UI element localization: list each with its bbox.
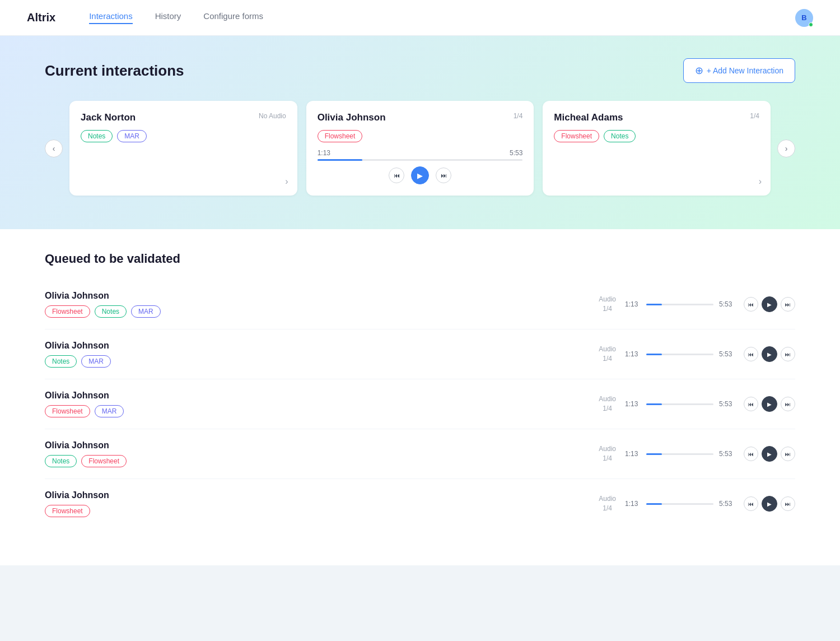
carousel-prev-button[interactable]: ‹ [45, 140, 63, 157]
chevron-left-icon: ‹ [53, 144, 55, 153]
time-total: 5:53 [719, 300, 735, 308]
player-progress-bar[interactable] [318, 159, 523, 161]
tag-notes[interactable]: Notes [45, 355, 77, 368]
play-button[interactable]: ▶ [762, 346, 777, 362]
tag-mar[interactable]: MAR [95, 405, 124, 417]
player-controls: ⏮ ▶ ⏭ [318, 166, 523, 184]
play-button[interactable]: ▶ [762, 396, 777, 412]
add-new-interaction-button[interactable]: ⊕ + Add New Interaction [683, 58, 795, 83]
audio-label: Audio1/4 [599, 444, 616, 463]
time-current: 1:13 [318, 149, 330, 157]
play-button[interactable]: ▶ [762, 296, 777, 312]
audio-controls: ⏮ ▶ ⏭ [744, 396, 795, 412]
player-progress-fill [318, 159, 363, 161]
tag-flowsheet[interactable]: Flowsheet [318, 130, 363, 142]
audio-label: Audio1/4 [599, 394, 616, 414]
nav-interactions[interactable]: Interactions [89, 11, 133, 24]
skip-forward-button[interactable]: ⏭ [781, 447, 795, 461]
audio-label: Audio1/4 [599, 345, 616, 364]
player-times: 1:13 5:53 [318, 149, 523, 157]
skip-forward-button[interactable]: ⏭ [781, 397, 795, 411]
tag-flowsheet[interactable]: Flowsheet [45, 305, 90, 318]
audio-progress-bar[interactable] [646, 453, 713, 455]
queue-tags: Flowsheet Notes MAR [45, 305, 599, 318]
audio-progress-fill [646, 354, 662, 355]
tag-flowsheet[interactable]: Flowsheet [81, 455, 127, 467]
play-button[interactable]: ▶ [762, 446, 777, 462]
tag-notes[interactable]: Notes [45, 455, 77, 467]
cards-carousel: ‹ Jack Norton No Audio Notes MAR › Olivi… [45, 101, 795, 196]
card-tags: Notes MAR [81, 130, 286, 142]
avatar[interactable]: B [795, 9, 813, 27]
queue-tags: Flowsheet [45, 505, 599, 517]
tag-mar[interactable]: MAR [131, 305, 161, 318]
audio-progress-bar[interactable] [646, 304, 713, 305]
card-olivia-johnson: Olivia Johnson 1/4 Flowsheet 1:13 5:53 ⏮ [306, 101, 534, 196]
skip-back-button[interactable]: ⏮ [744, 496, 758, 511]
queue-patient-name: Olivia Johnson [45, 341, 599, 351]
audio-player: 1:13 5:53 [625, 450, 735, 458]
play-button[interactable]: ▶ [762, 496, 777, 512]
tag-flowsheet[interactable]: Flowsheet [554, 130, 599, 142]
card-header: Jack Norton No Audio [81, 112, 286, 123]
queue-audio: Audio1/4 1:13 5:53 ⏮ ▶ ⏭ [599, 394, 795, 414]
card-counter: 1/4 [514, 112, 523, 120]
skip-forward-button[interactable]: ⏭ [781, 297, 795, 312]
audio-controls: ⏮ ▶ ⏭ [744, 496, 795, 512]
card-patient-name: Olivia Johnson [318, 112, 386, 123]
skip-back-button[interactable]: ⏮ [744, 347, 758, 361]
audio-controls: ⏮ ▶ ⏭ [744, 446, 795, 462]
queue-info: Olivia Johnson Flowsheet MAR [45, 391, 599, 417]
time-current: 1:13 [625, 400, 641, 408]
avatar-online-dot [809, 22, 813, 27]
audio-controls: ⏮ ▶ ⏭ [744, 296, 795, 312]
audio-player: 1:13 5:53 [625, 300, 735, 308]
nav-configure-forms[interactable]: Configure forms [203, 11, 263, 24]
nav-history[interactable]: History [155, 11, 181, 24]
tag-flowsheet[interactable]: Flowsheet [45, 505, 90, 517]
card-arrow-icon[interactable]: › [759, 176, 762, 187]
queue-row: Olivia Johnson Flowsheet Notes MAR Audio… [45, 280, 795, 329]
card-patient-name: Jack Norton [81, 112, 136, 123]
plus-icon: ⊕ [695, 64, 703, 77]
time-total: 5:53 [719, 450, 735, 458]
skip-back-button[interactable]: ⏮ [389, 168, 404, 183]
card-badge: No Audio [259, 112, 286, 120]
audio-player: 1:13 5:53 [625, 400, 735, 408]
audio-controls: ⏮ ▶ ⏭ [744, 346, 795, 362]
tag-notes[interactable]: Notes [95, 305, 127, 318]
audio-progress-fill [646, 304, 662, 305]
play-button[interactable]: ▶ [411, 166, 429, 184]
skip-forward-button[interactable]: ⏭ [436, 168, 451, 183]
queue-tags: Notes Flowsheet [45, 455, 599, 467]
queue-audio: Audio1/4 1:13 5:53 ⏮ ▶ ⏭ [599, 345, 795, 364]
queue-row: Olivia Johnson Notes MAR Audio1/4 1:13 5… [45, 329, 795, 379]
time-total: 5:53 [719, 350, 735, 358]
tag-notes[interactable]: Notes [81, 130, 113, 142]
skip-back-button[interactable]: ⏮ [744, 447, 758, 461]
queue-list: Olivia Johnson Flowsheet Notes MAR Audio… [45, 280, 795, 528]
skip-forward-button[interactable]: ⏭ [781, 347, 795, 361]
queue-tags: Notes MAR [45, 355, 599, 368]
section-title: Current interactions [45, 62, 184, 80]
audio-progress-bar[interactable] [646, 354, 713, 355]
skip-back-button[interactable]: ⏮ [744, 297, 758, 312]
queue-audio: Audio1/4 1:13 5:53 ⏮ ▶ ⏭ [599, 444, 795, 463]
skip-forward-button[interactable]: ⏭ [781, 496, 795, 511]
skip-back-button[interactable]: ⏮ [744, 397, 758, 411]
time-current: 1:13 [625, 350, 641, 358]
queued-section: Queued to be validated Olivia Johnson Fl… [0, 229, 840, 565]
audio-progress-bar[interactable] [646, 503, 713, 505]
carousel-next-button[interactable]: › [777, 140, 795, 157]
time-total: 5:53 [719, 400, 735, 408]
card-micheal-adams: Micheal Adams 1/4 Flowsheet Notes › [543, 101, 771, 196]
audio-player: 1:13 5:53 [625, 350, 735, 358]
tag-mar[interactable]: MAR [117, 130, 147, 142]
card-arrow-icon[interactable]: › [285, 176, 288, 187]
tag-flowsheet[interactable]: Flowsheet [45, 405, 90, 417]
audio-progress-bar[interactable] [646, 403, 713, 405]
tag-mar[interactable]: MAR [81, 355, 111, 368]
queue-info: Olivia Johnson Flowsheet Notes MAR [45, 291, 599, 318]
card-header: Micheal Adams 1/4 [554, 112, 759, 123]
tag-notes[interactable]: Notes [604, 130, 636, 142]
